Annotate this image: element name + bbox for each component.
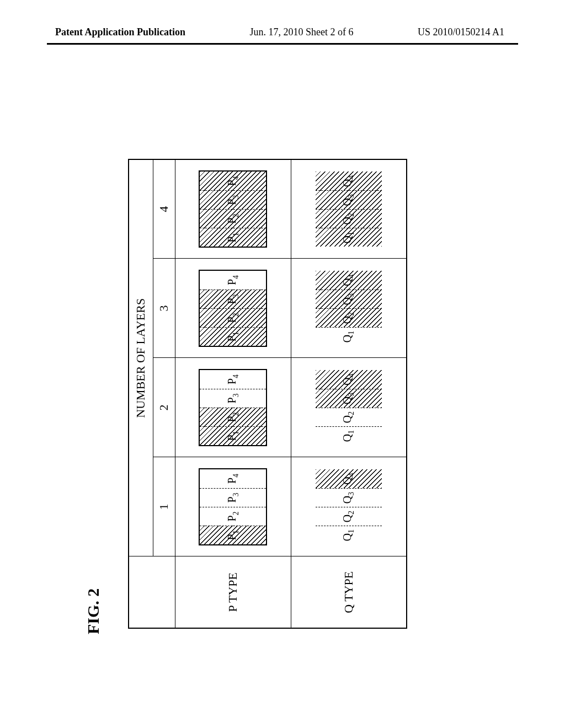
part-q1: Q1 <box>316 228 382 247</box>
p-block: P1 P2 P3 P4 <box>199 468 267 545</box>
part-q4: Q4 <box>316 172 382 190</box>
q-block: Q1 Q2 Q3 Q4 <box>315 270 383 347</box>
part-p2: P2 <box>200 507 266 526</box>
part-q4: Q4 <box>316 271 382 290</box>
cell-p-1: P1 P2 P3 P4 <box>175 457 291 556</box>
q-block: Q1 Q2 Q3 Q4 <box>315 369 383 446</box>
cell-q-3: Q1 Q2 Q3 Q4 <box>291 259 407 358</box>
part-p1: P1 <box>200 327 266 346</box>
p-block: P1 P2 P3 P4 <box>199 170 267 248</box>
p-block: P1 P2 P3 P4 <box>199 270 267 347</box>
q-block: Q1 Q2 Q3 Q4 <box>315 468 383 545</box>
figure-label: FIG. 2 <box>84 588 103 634</box>
page-header: Patent Application Publication Jun. 17, … <box>0 26 565 38</box>
row-label-p: P TYPE <box>175 556 291 628</box>
part-q3: Q3 <box>316 389 382 408</box>
cell-p-4: P1 P2 P3 P4 <box>175 159 291 259</box>
part-p4: P4 <box>200 370 266 389</box>
table-row: P TYPE P1 P2 P3 P4 P1 P2 P3 P4 <box>175 159 291 628</box>
part-p3: P3 <box>200 190 266 209</box>
part-p3: P3 <box>200 290 266 308</box>
q-block: Q1 Q2 Q3 Q4 <box>315 170 383 248</box>
table-corner-blank <box>129 556 175 628</box>
header-rule <box>47 43 518 45</box>
cell-p-2: P1 P2 P3 P4 <box>175 358 291 457</box>
part-p4: P4 <box>200 172 266 190</box>
col-header-3: 3 <box>153 259 175 358</box>
part-q2: Q2 <box>316 408 382 426</box>
part-q1: Q1 <box>316 327 382 346</box>
cell-p-3: P1 P2 P3 P4 <box>175 259 291 358</box>
publication-number: US 2010/0150214 A1 <box>418 26 504 38</box>
part-q2: Q2 <box>316 209 382 228</box>
part-q1: Q1 <box>316 526 382 544</box>
part-q1: Q1 <box>316 426 382 445</box>
part-q2: Q2 <box>316 308 382 327</box>
layers-table: NUMBER OF LAYERS 1 2 3 4 P TYPE P1 P2 P3… <box>128 159 407 629</box>
part-p1: P1 <box>200 426 266 445</box>
part-p2: P2 <box>200 408 266 426</box>
part-q2: Q2 <box>316 507 382 526</box>
row-label-q: Q TYPE <box>291 556 407 628</box>
part-p4: P4 <box>200 271 266 290</box>
part-q3: Q3 <box>316 488 382 507</box>
cell-q-1: Q1 Q2 Q3 Q4 <box>291 457 407 556</box>
cell-q-2: Q1 Q2 Q3 Q4 <box>291 358 407 457</box>
part-q3: Q3 <box>316 290 382 308</box>
sheet-date-label: Jun. 17, 2010 Sheet 2 of 6 <box>250 26 354 38</box>
col-header-4: 4 <box>153 159 175 259</box>
p-block: P1 P2 P3 P4 <box>199 369 267 446</box>
column-group-header: NUMBER OF LAYERS <box>129 159 153 556</box>
part-q4: Q4 <box>316 469 382 488</box>
part-q4: Q4 <box>316 370 382 389</box>
col-header-2: 2 <box>153 358 175 457</box>
part-p4: P4 <box>200 469 266 488</box>
part-p1: P1 <box>200 526 266 544</box>
part-q3: Q3 <box>316 190 382 209</box>
cell-q-4: Q1 Q2 Q3 Q4 <box>291 159 407 259</box>
part-p1: P1 <box>200 228 266 247</box>
col-header-1: 1 <box>153 457 175 556</box>
part-p3: P3 <box>200 389 266 408</box>
part-p2: P2 <box>200 308 266 327</box>
table-row: Q TYPE Q1 Q2 Q3 Q4 Q1 Q2 Q3 Q4 <box>291 159 407 628</box>
figure-stage: FIG. 2 NUMBER OF LAYERS 1 2 3 4 P TYPE P… <box>84 105 481 678</box>
part-p3: P3 <box>200 488 266 507</box>
part-p2: P2 <box>200 209 266 228</box>
patent-publication-label: Patent Application Publication <box>55 26 185 38</box>
